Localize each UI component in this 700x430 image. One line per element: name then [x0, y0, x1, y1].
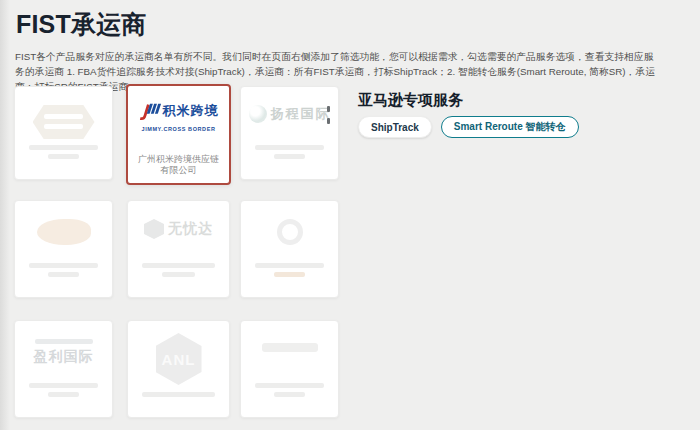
wuyouda-brand-text: 无忧达	[168, 220, 213, 238]
faded-text-line	[48, 272, 79, 277]
carrier-card-wuyouda[interactable]: 无忧达	[127, 200, 230, 298]
faded-text-lines	[128, 263, 229, 277]
faded-text-lines	[128, 392, 229, 397]
faded-text-lines	[15, 383, 112, 397]
faded-text-line	[162, 272, 194, 277]
service-tags: ShipTrack Smart Reroute 智能转仓	[358, 116, 579, 138]
faded-text-line	[29, 145, 99, 150]
faded-caps-line	[35, 339, 93, 344]
faded-ring-logo	[277, 219, 303, 245]
jimmy-brand-text: 积米跨境	[163, 103, 219, 118]
faded-text-line	[255, 145, 325, 150]
shiptrack-tag[interactable]: ShipTrack	[358, 116, 432, 138]
faded-text-line	[274, 154, 305, 159]
carrier-card-faded-3[interactable]	[240, 200, 339, 298]
amazon-services-heading: 亚马逊专项服务	[358, 91, 463, 110]
page-title: FIST承运商	[16, 8, 147, 41]
faded-text-line	[142, 392, 215, 397]
jimmy-logo: 积米跨境	[139, 103, 219, 125]
carrier-card-jimmy-selected[interactable]: 积米跨境 JIMMY.CROSS BORDER 广州积米跨境供应链有限公司	[126, 84, 231, 185]
faded-text-line	[255, 263, 325, 268]
faded-small-logo	[262, 343, 318, 352]
anl-brand-text: ANL	[162, 351, 196, 368]
carrier-page: FIST承运商 FIST各个产品服务对应的承运商名单有所不同。我们同时在页面右侧…	[0, 0, 700, 430]
faded-text-line	[142, 263, 215, 268]
faded-text-line	[274, 272, 305, 277]
faded-text-lines	[241, 383, 338, 397]
faded-text-lines	[15, 145, 112, 159]
anl-hexagon-logo: ANL	[156, 333, 202, 385]
edge-artifact-marks	[327, 106, 331, 126]
faded-text-lines	[241, 145, 338, 159]
carrier-card-yangcheng[interactable]: 扬程国际	[240, 86, 339, 180]
faded-text-lines	[15, 263, 112, 277]
jimmy-brand-subtext: JIMMY.CROSS BORDER	[141, 126, 215, 132]
page-left-edge	[0, 0, 10, 430]
yangcheng-logo: 扬程国际	[249, 105, 331, 123]
wuyouda-logo: 无忧达	[144, 219, 213, 239]
carrier-card-yingli[interactable]: 盈利国际	[14, 320, 113, 418]
faded-text-line	[29, 263, 99, 268]
parcel-box-icon	[144, 219, 164, 239]
faded-text-line	[255, 383, 325, 388]
carrier-card-anl[interactable]: ANL	[127, 320, 230, 418]
yangcheng-brand-text: 扬程国际	[271, 105, 331, 123]
carrier-card-faded-4[interactable]	[240, 320, 339, 418]
jimmy-j-stripes-icon	[139, 103, 161, 125]
swirl-globe-icon	[249, 105, 267, 123]
faded-warm-logo	[37, 219, 91, 245]
yingli-brand-text: 盈利国际	[34, 348, 94, 366]
faded-text-line	[48, 154, 79, 159]
faded-text-line	[48, 392, 79, 397]
jimmy-company-name: 广州积米跨境供应链有限公司	[137, 154, 220, 176]
faded-text-line	[274, 392, 305, 397]
carrier-card-faded-2[interactable]	[14, 200, 113, 298]
faded-text-line	[29, 383, 99, 388]
faded-text-lines	[241, 263, 338, 277]
carrier-card-faded-1[interactable]	[14, 86, 113, 180]
faded-hexagon-logo	[33, 105, 95, 139]
smart-reroute-tag[interactable]: Smart Reroute 智能转仓	[441, 116, 579, 138]
